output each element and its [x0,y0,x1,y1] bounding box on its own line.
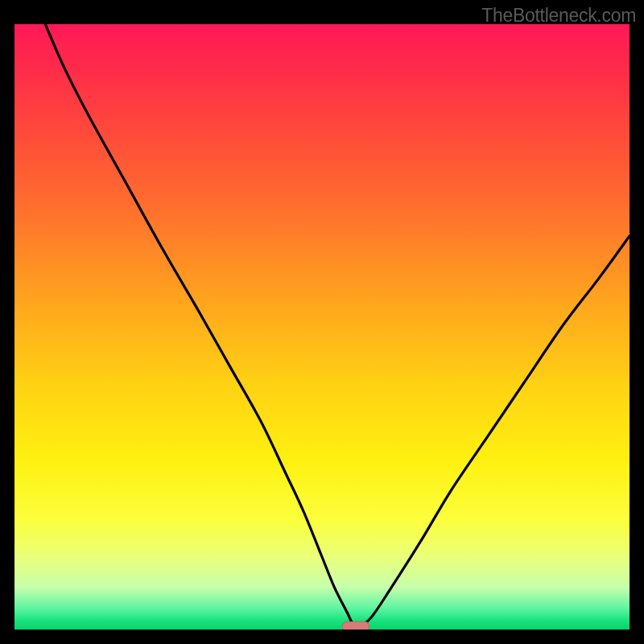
minimum-marker [342,621,369,630]
plot-area [14,24,630,630]
gradient-background [14,24,630,630]
chart-frame: TheBottleneck.com [0,0,644,644]
chart-svg [14,24,630,630]
watermark-text: TheBottleneck.com [481,5,636,27]
